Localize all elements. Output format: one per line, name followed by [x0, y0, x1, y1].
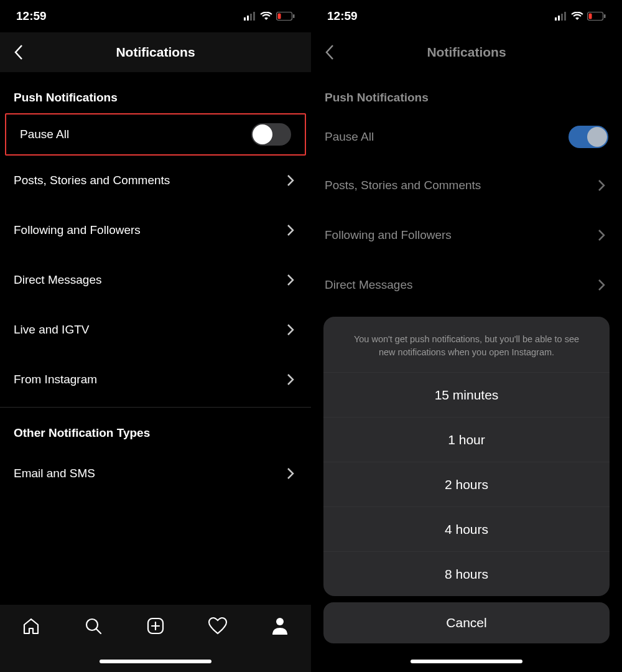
- cellular-icon: [555, 12, 567, 21]
- chevron-right-icon: [284, 323, 297, 337]
- profile-icon: [271, 616, 289, 636]
- nav-bar: Notifications: [311, 32, 622, 72]
- tab-search[interactable]: [78, 616, 108, 636]
- nav-title: Notifications: [116, 45, 195, 60]
- back-button[interactable]: [321, 44, 338, 61]
- battery-low-icon: [587, 12, 606, 21]
- sheet-option-2-hours[interactable]: 2 hours: [323, 462, 610, 506]
- row-email-sms[interactable]: Email and SMS: [0, 449, 311, 498]
- highlight-pause-all: Pause All: [5, 113, 306, 156]
- status-bar: 12:59: [0, 0, 311, 32]
- screen-right: 12:59 Notifications Push Notifications P…: [311, 0, 622, 672]
- nav-title: Notifications: [427, 45, 506, 60]
- row-label: Following and Followers: [325, 228, 595, 242]
- row-following-followers[interactable]: Following and Followers: [311, 210, 622, 260]
- status-indicators: [555, 12, 606, 21]
- svg-rect-6: [293, 14, 295, 18]
- svg-rect-16: [564, 12, 566, 21]
- home-indicator[interactable]: [100, 660, 211, 663]
- svg-rect-19: [604, 14, 606, 18]
- row-label: Email and SMS: [14, 467, 284, 480]
- chevron-left-icon: [325, 44, 335, 60]
- svg-rect-3: [253, 12, 255, 21]
- svg-rect-2: [250, 14, 252, 21]
- chevron-right-icon: [284, 223, 297, 237]
- toggle-pause-all-off[interactable]: [251, 123, 291, 146]
- chevron-right-icon: [284, 273, 297, 287]
- sheet-message: You won't get push notifications, but yo…: [323, 317, 610, 372]
- tab-create[interactable]: [141, 616, 170, 636]
- svg-line-8: [96, 629, 101, 633]
- sheet-option-1-hour[interactable]: 1 hour: [323, 417, 610, 462]
- toggle-knob: [253, 124, 272, 144]
- row-from-instagram[interactable]: From Instagram: [0, 355, 311, 404]
- section-header-push: Push Notifications: [311, 72, 622, 113]
- row-label: From Instagram: [14, 373, 284, 386]
- status-time: 12:59: [327, 9, 358, 23]
- row-label: Posts, Stories and Comments: [14, 174, 284, 187]
- status-time: 12:59: [16, 9, 47, 23]
- row-posts-stories-comments[interactable]: Posts, Stories and Comments: [0, 156, 311, 205]
- svg-rect-1: [247, 16, 249, 21]
- chevron-right-icon: [284, 467, 297, 480]
- back-button[interactable]: [10, 44, 27, 61]
- row-label: Direct Messages: [14, 273, 284, 287]
- svg-rect-15: [561, 14, 563, 21]
- sheet-cancel-button[interactable]: Cancel: [323, 602, 610, 643]
- sheet-option-4-hours[interactable]: 4 hours: [323, 506, 610, 551]
- tab-activity[interactable]: [203, 616, 233, 636]
- row-pause-all[interactable]: Pause All: [311, 113, 622, 161]
- tab-profile[interactable]: [265, 616, 295, 636]
- wifi-icon: [571, 12, 583, 21]
- tab-home[interactable]: [16, 616, 46, 636]
- svg-point-12: [276, 618, 284, 625]
- chevron-right-icon: [284, 174, 297, 187]
- svg-rect-5: [278, 14, 281, 19]
- home-icon: [21, 616, 41, 636]
- nav-bar: Notifications: [0, 32, 311, 72]
- row-direct-messages[interactable]: Direct Messages: [311, 260, 622, 310]
- toggle-knob: [587, 127, 607, 147]
- pause-duration-sheet: You won't get push notifications, but yo…: [323, 317, 610, 596]
- svg-rect-0: [244, 17, 246, 21]
- section-header-push: Push Notifications: [0, 72, 311, 113]
- chevron-right-icon: [595, 278, 608, 292]
- search-icon: [83, 616, 103, 636]
- sheet-option-8-hours[interactable]: 8 hours: [323, 551, 610, 596]
- row-label-pause-all: Pause All: [325, 130, 569, 144]
- chevron-right-icon: [595, 228, 608, 242]
- row-label-pause-all: Pause All: [20, 128, 251, 141]
- row-label: Following and Followers: [14, 223, 284, 237]
- status-indicators: [244, 12, 295, 21]
- battery-low-icon: [276, 12, 295, 21]
- row-following-followers[interactable]: Following and Followers: [0, 205, 311, 255]
- svg-rect-13: [555, 17, 557, 21]
- svg-rect-14: [558, 16, 560, 21]
- create-post-icon: [146, 616, 165, 636]
- svg-rect-18: [589, 14, 592, 19]
- cellular-icon: [244, 12, 256, 21]
- sheet-option-15-minutes[interactable]: 15 minutes: [323, 372, 610, 417]
- chevron-right-icon: [595, 179, 608, 192]
- wifi-icon: [260, 12, 272, 21]
- row-direct-messages[interactable]: Direct Messages: [0, 255, 311, 305]
- home-indicator[interactable]: [411, 660, 522, 663]
- row-pause-all[interactable]: Pause All: [6, 114, 305, 154]
- row-posts-stories-comments[interactable]: Posts, Stories and Comments: [311, 161, 622, 210]
- screen-left: 12:59 Notifications Push Notifications P…: [0, 0, 311, 672]
- row-label: Direct Messages: [325, 278, 595, 292]
- chevron-right-icon: [284, 373, 297, 386]
- status-bar: 12:59: [311, 0, 622, 32]
- chevron-left-icon: [14, 44, 24, 60]
- row-label: Live and IGTV: [14, 323, 284, 337]
- row-live-igtv[interactable]: Live and IGTV: [0, 305, 311, 355]
- section-header-other: Other Notification Types: [0, 408, 311, 449]
- row-label: Posts, Stories and Comments: [325, 179, 595, 192]
- heart-icon: [207, 616, 228, 636]
- toggle-pause-all-on[interactable]: [569, 126, 608, 148]
